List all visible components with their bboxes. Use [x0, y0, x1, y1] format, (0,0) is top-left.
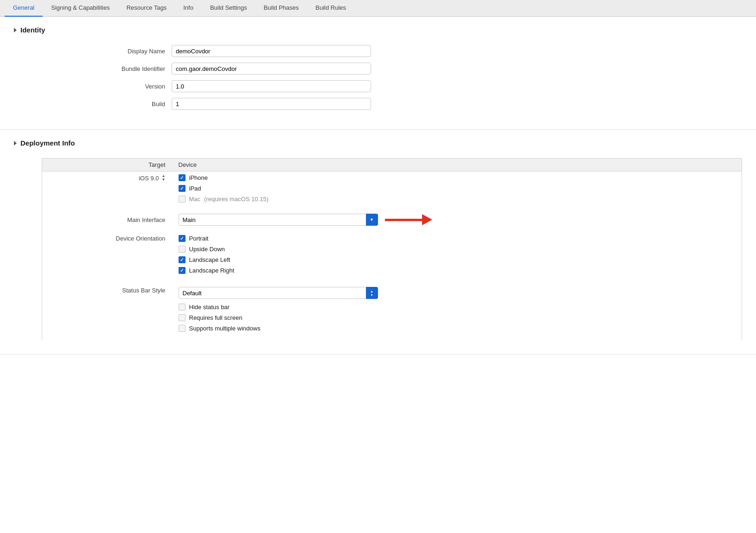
portrait-checkbox[interactable]	[179, 235, 186, 242]
portrait-label: Portrait	[189, 235, 209, 242]
device-orientation-row: Device Orientation Portrait Upside Down	[42, 230, 742, 282]
mac-row: Mac (requires macOS 10.15)	[179, 196, 736, 203]
deploy-header-row: Target Device	[42, 159, 742, 171]
deployment-header: Deployment Info	[14, 139, 742, 147]
device-orientation-options-cell: Portrait Upside Down Landscape Left	[172, 230, 742, 282]
landscape-right-label: Landscape Right	[189, 267, 235, 274]
tab-signing[interactable]: Signing & Capabilities	[43, 0, 118, 17]
identity-section: Identity Display Name Bundle Identifier …	[0, 17, 756, 130]
hide-status-bar-row: Hide status bar	[179, 304, 736, 311]
landscape-left-row: Landscape Left	[179, 256, 736, 263]
tab-build-phases[interactable]: Build Phases	[255, 0, 307, 17]
tab-build-rules[interactable]: Build Rules	[307, 0, 354, 17]
ios-version-label: iOS 9.0 ▲ ▼	[139, 174, 165, 182]
bundle-id-input[interactable]	[172, 63, 371, 75]
main-interface-value-cell	[172, 209, 742, 230]
status-bar-input[interactable]	[179, 287, 378, 299]
display-name-input[interactable]	[172, 45, 371, 57]
stepper-up[interactable]: ▲	[370, 290, 373, 293]
mac-checkbox[interactable]	[179, 196, 186, 203]
main-interface-label-cell: Main Interface	[42, 209, 172, 230]
ipad-label: iPad	[189, 185, 201, 192]
build-input[interactable]	[172, 98, 371, 110]
device-orientation-label: Device Orientation	[116, 235, 166, 242]
supports-multiple-windows-checkbox[interactable]	[179, 325, 186, 332]
deployment-title: Deployment Info	[20, 139, 75, 147]
version-label: Version	[14, 83, 172, 90]
upside-down-row: Upside Down	[179, 246, 736, 253]
hide-status-bar-checkbox[interactable]	[179, 304, 186, 311]
status-bar-stepper-btn[interactable]: ▲ ▼	[366, 287, 378, 299]
requires-full-screen-checkbox[interactable]	[179, 314, 186, 321]
main-interface-dropdown-wrap	[179, 214, 378, 226]
requires-full-screen-row: Requires full screen	[179, 314, 736, 321]
build-label: Build	[14, 101, 172, 108]
identity-collapse-icon[interactable]	[14, 28, 17, 32]
identity-header: Identity	[14, 26, 742, 34]
version-row: Version	[14, 80, 742, 92]
main-interface-label: Main Interface	[127, 216, 165, 223]
supports-multiple-windows-label: Supports multiple windows	[189, 325, 261, 332]
upside-down-checkbox[interactable]	[179, 246, 186, 253]
ios-device-row: iOS 9.0 ▲ ▼ iPhone	[42, 171, 742, 209]
requires-full-screen-label: Requires full screen	[189, 314, 243, 321]
iphone-label: iPhone	[189, 174, 208, 181]
landscape-right-row: Landscape Right	[179, 267, 736, 274]
ios-down-arrow[interactable]: ▼	[162, 178, 166, 182]
identity-title: Identity	[20, 26, 45, 34]
mac-note: (requires macOS 10.15)	[204, 196, 269, 203]
status-bar-label-cell: Status Bar Style	[42, 282, 172, 340]
landscape-right-checkbox[interactable]	[179, 267, 186, 274]
status-bar-stepper-wrap: ▲ ▼	[179, 287, 378, 299]
arrow-annotation	[385, 214, 432, 225]
mac-label: Mac	[189, 196, 201, 203]
main-interface-input[interactable]	[179, 214, 378, 226]
main-interface-dropdown-btn[interactable]	[366, 214, 378, 226]
display-name-label: Display Name	[14, 48, 172, 55]
ipad-row: iPad	[179, 185, 736, 192]
deployment-collapse-icon[interactable]	[14, 141, 17, 146]
stepper-down[interactable]: ▼	[370, 293, 373, 297]
landscape-left-label: Landscape Left	[189, 256, 231, 263]
arrow-head	[422, 214, 432, 225]
build-row: Build	[14, 98, 742, 110]
bundle-id-label: Bundle Identifier	[14, 65, 172, 72]
tab-general[interactable]: General	[5, 0, 43, 17]
status-bar-row: Status Bar Style ▲ ▼	[42, 282, 742, 340]
tab-build-settings[interactable]: Build Settings	[202, 0, 256, 17]
version-input[interactable]	[172, 80, 371, 92]
portrait-row: Portrait	[179, 235, 736, 242]
supports-multiple-windows-row: Supports multiple windows	[179, 325, 736, 332]
display-name-row: Display Name	[14, 45, 742, 57]
tab-info[interactable]: Info	[175, 0, 202, 17]
iphone-row: iPhone	[179, 174, 736, 181]
deployment-table: Target Device iOS 9.0 ▲ ▼	[42, 158, 742, 340]
ios-version-cell: iOS 9.0 ▲ ▼	[42, 171, 172, 209]
status-bar-options-cell: ▲ ▼ Hide status bar Requires full screen	[172, 282, 742, 340]
main-content: Identity Display Name Bundle Identifier …	[0, 17, 756, 533]
device-orientation-label-cell: Device Orientation	[42, 230, 172, 282]
tab-bar: General Signing & Capabilities Resource …	[0, 0, 756, 17]
bundle-id-row: Bundle Identifier	[14, 63, 742, 75]
ipad-checkbox[interactable]	[179, 185, 186, 192]
upside-down-label: Upside Down	[189, 246, 225, 253]
devices-cell: iPhone iPad Mac (requires macOS 10.15)	[172, 171, 742, 209]
main-interface-row: Main Interface	[42, 209, 742, 230]
ios-version-text: iOS 9.0	[139, 175, 159, 182]
status-bar-dropdown-wrap: ▲ ▼	[179, 287, 736, 299]
status-bar-label: Status Bar Style	[122, 287, 165, 294]
iphone-checkbox[interactable]	[179, 174, 186, 181]
ios-stepper[interactable]: ▲ ▼	[162, 174, 166, 182]
deployment-section: Deployment Info Target Device iOS 9.0 ▲	[0, 130, 756, 355]
device-col-header: Device	[172, 159, 742, 171]
hide-status-bar-label: Hide status bar	[189, 304, 230, 311]
target-col-header: Target	[42, 159, 172, 171]
tab-resource-tags[interactable]: Resource Tags	[118, 0, 175, 17]
landscape-left-checkbox[interactable]	[179, 256, 186, 263]
arrow-line	[385, 219, 422, 221]
